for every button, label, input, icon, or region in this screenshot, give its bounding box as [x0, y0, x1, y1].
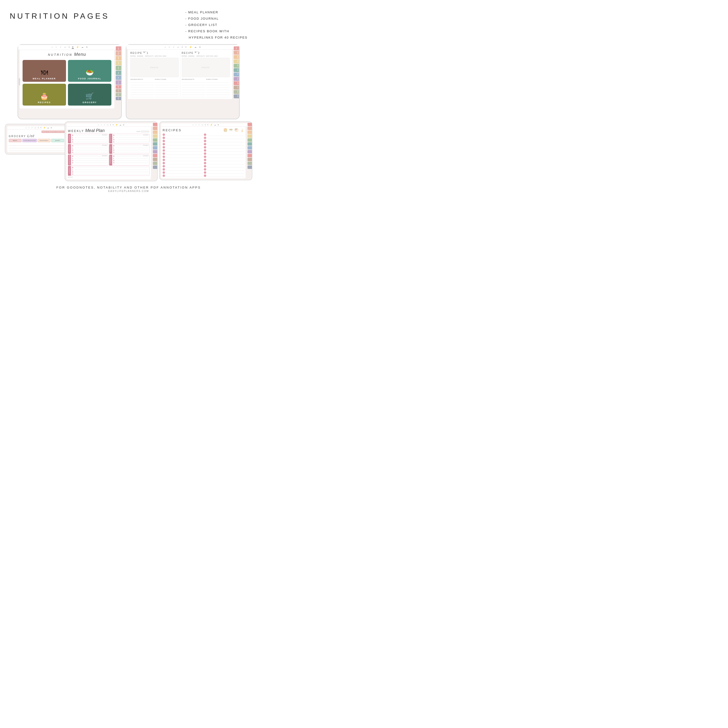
tab-feb[interactable]: FEB: [116, 51, 121, 55]
recipe-tab-oct[interactable]: OCT: [234, 86, 239, 90]
recipes-tab-sep[interactable]: [248, 154, 252, 157]
tab-dec[interactable]: DEC: [116, 97, 121, 100]
recipe1-directions-label: DIRECTIONS:: [155, 79, 178, 80]
meal-tab-jul[interactable]: [153, 146, 157, 150]
recipes-tab-mar[interactable]: [248, 130, 252, 134]
bowl-icon: 🥗: [229, 128, 233, 132]
tab-jun[interactable]: JUN: [116, 70, 121, 75]
saturday-to-buy: TO BUY: [143, 155, 148, 156]
recipe-tab-mar[interactable]: MAR: [234, 55, 239, 59]
recipe-tab-apr[interactable]: APR: [234, 60, 239, 63]
meal-check-icon: ✓: [104, 124, 105, 126]
recipe-dot-1: [162, 133, 165, 136]
recipe-tab-jun[interactable]: JUN: [234, 68, 239, 72]
recipe-list-item-5: [162, 146, 203, 148]
thursday-to-buy: TO BUY: [143, 134, 148, 136]
recipes-tab-nov[interactable]: [248, 162, 252, 165]
buy-icon-2: ⊕: [199, 46, 201, 48]
recipes-tab-jun[interactable]: [248, 142, 252, 145]
meal-tab-may[interactable]: [153, 138, 157, 142]
feature-3: - GROCERY LIST: [185, 22, 248, 28]
tab-sep[interactable]: SEP: [116, 85, 121, 89]
meal-planner-card[interactable]: 🍽 MEAL PLANNER: [23, 60, 66, 82]
meal-tab-jan[interactable]: [153, 123, 157, 126]
monday-label: MONDAY: [68, 134, 71, 144]
meal-notes-icon: ▭: [107, 124, 109, 126]
meal-tab-feb[interactable]: [153, 127, 157, 130]
meal-tab-aug[interactable]: [153, 150, 157, 153]
recipes-tab-oct[interactable]: [248, 158, 252, 161]
recipe-tab-nov[interactable]: NOV: [234, 90, 239, 94]
recipe-dot-22: [204, 156, 206, 158]
tab-nov[interactable]: NOV: [116, 93, 121, 96]
recipe-tab-dec[interactable]: DEC: [234, 95, 239, 98]
nutrition-menu-title: NUTRITION Menu: [21, 52, 112, 57]
meal-tab-mar[interactable]: [153, 130, 157, 134]
tab-jan[interactable]: JAN: [116, 46, 121, 51]
recipes-tab-jan[interactable]: [248, 123, 252, 126]
tab-may[interactable]: MAY: [116, 66, 121, 70]
meal-tab-dec[interactable]: [153, 165, 157, 169]
back-to-monthly-button[interactable]: BACK TO MONTHLY OVERVIEW: [41, 130, 64, 133]
recipe-dot-25: [204, 165, 206, 167]
recipe-tablet: ⌂ ☆ ✓ ▭ ℹ ✕ ⚡ ☁ ⊕ RECIPE N°1 RATING:: [126, 44, 240, 119]
recipe-dot-2: [162, 137, 165, 139]
recipe-tab-sep[interactable]: SEP: [234, 81, 239, 85]
tuesday-to-buy: TO BUY: [102, 145, 107, 146]
grocery-eggs: EGGS/DELI: [38, 139, 50, 142]
page-title: NUTRITION PAGES: [10, 12, 109, 21]
food-journal-card[interactable]: 🥗 FOOD JOURNAL: [68, 60, 112, 82]
recipe-list-item-20: [204, 149, 244, 151]
recipe1-rating: RATING: ★★★★★ DIFFICULTY: EASY AVG. HIGH: [130, 55, 179, 57]
meal-notes: NOTES: [68, 176, 150, 178]
grocery-label: GROCERY: [83, 101, 97, 104]
meal-tab-nov[interactable]: [153, 162, 157, 165]
check-icon: ✓: [60, 46, 62, 49]
recipes-tab-apr[interactable]: [248, 135, 252, 138]
recipes-buy-icon: ⊕: [217, 124, 219, 126]
recipes-products-icon: ☁: [214, 124, 216, 126]
recipes-tab-dec[interactable]: [248, 165, 252, 169]
monday-block: MONDAY TO BUY B L D S: [68, 134, 109, 144]
recipes-tab-jul[interactable]: [248, 146, 252, 150]
recipe-list-item-14: [162, 174, 203, 177]
feature-1: - MEAL PLANNER: [185, 9, 248, 15]
tab-mar[interactable]: MAR: [116, 56, 121, 60]
recipe-list-item-21: [204, 152, 244, 155]
tab-aug[interactable]: AUG: [116, 80, 121, 85]
recipe-dot-28: [204, 174, 206, 177]
recipe-dot-3: [162, 140, 165, 142]
meal-tab-jun[interactable]: [153, 142, 157, 145]
grocery-tablet: ⌂ ☆ ✓ ▭ ℹ ✕ ⚡ ☁ ⊕ BACK TO MONTHLY OVERVI…: [5, 124, 73, 154]
notes-icon-2: ▭: [177, 46, 179, 48]
grocery-card[interactable]: 🛒 GROCERY: [68, 84, 112, 106]
recipes-tab-feb[interactable]: [248, 127, 252, 130]
recipe-dot-23: [204, 159, 206, 161]
recipe-tab-jan[interactable]: JAN: [234, 46, 239, 50]
tab-jul[interactable]: JUL: [116, 75, 121, 80]
recipe-list-item-13: [162, 171, 203, 174]
recipe-list-item-19: [204, 146, 244, 148]
grocery-meat: MEAT: [9, 139, 21, 142]
recipe2-directions-label: DIRECTIONS:: [206, 79, 230, 80]
meal-tab-oct[interactable]: [153, 158, 157, 161]
grocery-buy-icon: ⊕: [50, 127, 52, 129]
recipe-tab-jul[interactable]: JUL: [234, 73, 239, 76]
recipes-nutrition-icon: ✕: [207, 124, 209, 126]
meal-tab-apr[interactable]: [153, 135, 157, 138]
sunday-label: SUNDAY: [68, 166, 71, 176]
recipe-tab-aug[interactable]: AUG: [234, 77, 239, 81]
meal-tab-sep[interactable]: [153, 154, 157, 157]
finance-icon-2: ⚡: [189, 46, 192, 48]
recipes-tab-may[interactable]: [248, 138, 252, 142]
tab-oct[interactable]: OCT: [116, 89, 121, 92]
recipe-tab-feb[interactable]: FEB: [234, 51, 239, 55]
tab-apr[interactable]: APR: [116, 61, 121, 65]
recipes-card[interactable]: 🎂 RECIPES: [23, 84, 66, 106]
recipes-tab-aug[interactable]: [248, 150, 252, 153]
recipe-tab-may[interactable]: MAY: [234, 64, 239, 68]
recipes-home-icon: ⌂: [193, 124, 194, 126]
tuesday-label: TUESDAY: [68, 144, 71, 154]
wednesday-label: WEDNESDAY: [68, 154, 71, 165]
recipe-list-item-16: [204, 137, 244, 139]
